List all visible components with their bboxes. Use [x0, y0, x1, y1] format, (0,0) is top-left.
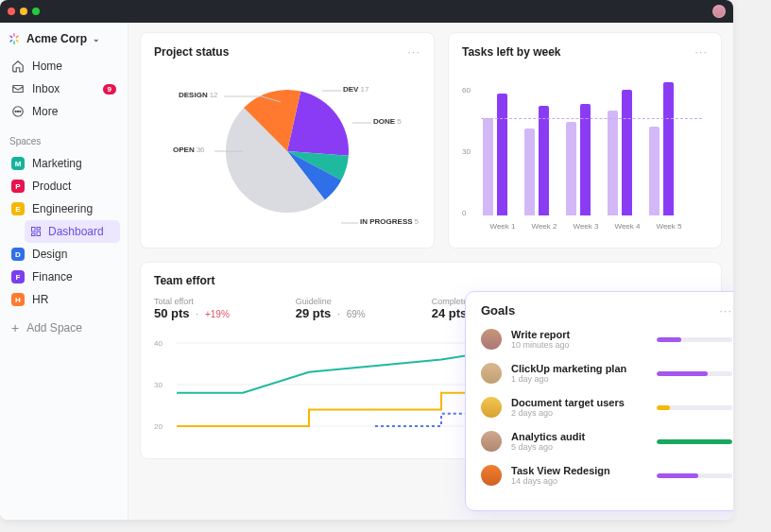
- goal-progress: [657, 371, 732, 376]
- workspace-name: Acme Corp: [26, 32, 87, 45]
- goal-name: Write report: [511, 329, 647, 340]
- sidebar-space-marketing[interactable]: MMarketing: [8, 152, 120, 175]
- goal-row[interactable]: Analytics audit 5 days ago: [481, 431, 732, 452]
- pie-label-done: DONE5: [373, 117, 402, 126]
- bar-xlabel: Week 2: [524, 222, 564, 231]
- svg-point-1: [15, 111, 16, 112]
- pie-label-inprog: IN PROGRESS5: [360, 217, 419, 226]
- bar-reference-line: [481, 118, 702, 119]
- goal-row[interactable]: Write report 10 minutes ago: [481, 329, 732, 350]
- space-icon: F: [11, 270, 25, 283]
- space-icon: E: [11, 202, 25, 215]
- project-status-title: Project status: [154, 45, 229, 59]
- goal-time: 5 days ago: [511, 442, 647, 452]
- sidebar-space-design[interactable]: DDesign: [8, 243, 120, 266]
- goal-time: 1 day ago: [511, 374, 647, 384]
- bar: [497, 94, 507, 215]
- stat-comp-value: 24 pts: [432, 306, 468, 320]
- space-label: Design: [32, 248, 67, 261]
- goal-name: Analytics audit: [511, 431, 647, 442]
- add-space-label: Add Space: [26, 321, 82, 335]
- bar-group: [524, 106, 549, 215]
- pie-label-design: DESIGN12: [179, 91, 218, 99]
- tasks-week-title: Tasks left by week: [462, 45, 561, 59]
- bar-xlabel: Week 1: [483, 222, 523, 231]
- close-dot[interactable]: [8, 8, 15, 15]
- space-label: Marketing: [32, 157, 82, 170]
- nav-home-label: Home: [32, 60, 62, 73]
- goal-name: Document target users: [511, 397, 647, 408]
- tasks-week-bars: 0 30 60 Week 1Week 2Week 3Week 4Week 5: [462, 66, 708, 234]
- bar-ytick: 0: [462, 209, 466, 217]
- child-label: Dashboard: [48, 225, 104, 238]
- goal-text: Document target users 2 days ago: [511, 397, 647, 418]
- sidebar-space-product[interactable]: PProduct: [8, 175, 120, 197]
- stat-total: Total effort 50 pts · +19%: [154, 297, 230, 320]
- bar: [649, 127, 660, 215]
- svg-rect-4: [32, 228, 36, 232]
- project-status-more-icon[interactable]: ···: [407, 44, 420, 59]
- goal-progress: [657, 473, 732, 478]
- bar: [483, 118, 493, 215]
- plus-icon: +: [11, 322, 19, 334]
- sidebar-space-finance[interactable]: FFinance: [8, 266, 120, 288]
- stat-guide-label: Guideline: [296, 297, 366, 306]
- stat-total-label: Total effort: [154, 297, 230, 306]
- space-icon: P: [11, 180, 25, 193]
- nav-more-label: More: [32, 105, 58, 118]
- spaces-heading: Spaces: [9, 136, 120, 146]
- sidebar-child-dashboard[interactable]: Dashboard: [25, 220, 120, 243]
- bar: [524, 129, 535, 215]
- goals-title: Goals: [481, 303, 515, 317]
- inbox-icon: [11, 82, 25, 95]
- nav-inbox[interactable]: Inbox 9: [8, 77, 120, 100]
- goal-row[interactable]: Task View Redesign 14 days ago: [481, 465, 732, 486]
- tasks-week-card: Tasks left by week ··· 0 30 60 Week 1Wee…: [448, 32, 722, 249]
- goal-avatar: [481, 397, 502, 418]
- bar-group: [608, 90, 632, 215]
- goal-name: ClickUp marketing plan: [511, 363, 647, 374]
- sidebar-space-hr[interactable]: HHR: [8, 288, 120, 311]
- goals-card: Goals ··· Write report 10 minutes ago Cl…: [465, 291, 733, 511]
- goal-avatar: [481, 465, 502, 486]
- inbox-badge: 9: [103, 84, 116, 94]
- main-content: Project status ··· DEV17 DON: [128, 23, 733, 520]
- space-icon: D: [11, 248, 25, 261]
- add-space-button[interactable]: + Add Space: [8, 317, 120, 339]
- nav-inbox-label: Inbox: [32, 82, 60, 95]
- svg-rect-5: [37, 228, 41, 231]
- bar-xlabel: Week 4: [608, 222, 647, 231]
- step-ytick: 30: [154, 381, 163, 389]
- window-controls: [8, 8, 40, 15]
- project-status-pie: DEV17 DONE5 IN PROGRESS5 OPEN36 DESIGN12: [154, 66, 420, 236]
- step-ytick: 40: [154, 339, 163, 348]
- bar: [539, 106, 549, 215]
- bar-ytick: 30: [462, 147, 471, 156]
- more-icon: [11, 105, 25, 118]
- bar-ytick: 60: [462, 86, 471, 94]
- nav-more[interactable]: More: [8, 100, 120, 123]
- goal-text: Analytics audit 5 days ago: [511, 431, 647, 452]
- goal-avatar: [481, 329, 502, 350]
- goal-progress: [657, 439, 732, 444]
- bar-group: [483, 94, 507, 215]
- tasks-week-more-icon[interactable]: ···: [694, 44, 708, 59]
- svg-point-3: [20, 111, 21, 112]
- minimize-dot[interactable]: [20, 8, 27, 15]
- workspace-switcher[interactable]: Acme Corp ⌄: [8, 32, 120, 45]
- goal-name: Task View Redesign: [511, 465, 647, 476]
- sidebar-space-engineering[interactable]: EEngineering: [8, 197, 120, 220]
- home-icon: [11, 60, 25, 73]
- zoom-dot[interactable]: [32, 8, 40, 15]
- step-ytick: 20: [154, 422, 163, 431]
- svg-rect-6: [37, 232, 41, 236]
- bar-group: [566, 104, 591, 215]
- nav-home[interactable]: Home: [8, 55, 120, 77]
- bar: [580, 104, 591, 215]
- goal-row[interactable]: Document target users 2 days ago: [481, 397, 732, 418]
- goals-more-icon[interactable]: ···: [719, 303, 732, 317]
- user-avatar[interactable]: [712, 5, 726, 18]
- bar: [608, 111, 618, 215]
- bar: [663, 82, 674, 215]
- goal-row[interactable]: ClickUp marketing plan 1 day ago: [481, 363, 732, 384]
